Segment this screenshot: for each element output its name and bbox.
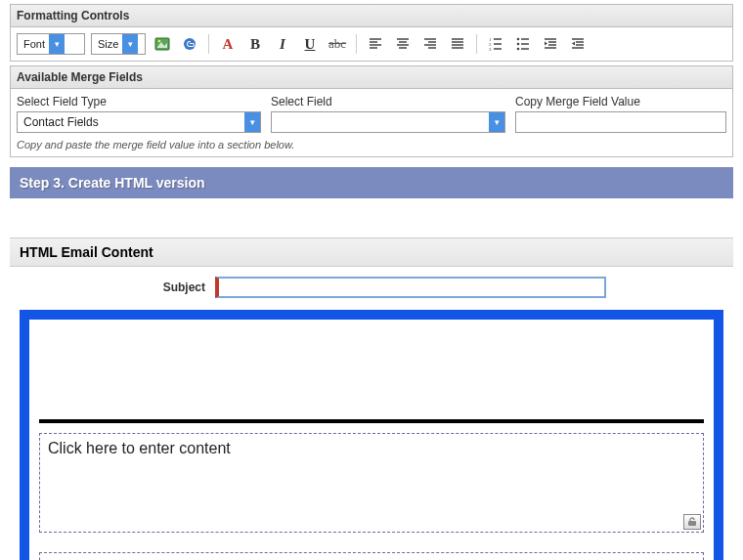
align-left-button[interactable] <box>365 33 386 55</box>
select-field-label: Select Field <box>271 95 505 108</box>
step-title-bar: Step 3. Create HTML version <box>10 167 733 198</box>
align-justify-button[interactable] <box>447 33 468 55</box>
formatting-controls-title: Formatting Controls <box>11 5 732 27</box>
link-icon <box>182 36 197 52</box>
size-select[interactable]: Size ▾ <box>91 33 146 55</box>
align-left-icon <box>368 36 383 52</box>
numbered-list-icon: 1 2 3 <box>488 36 503 52</box>
copy-merge-input[interactable] <box>515 111 726 133</box>
html-email-content-heading: HTML Email Content <box>10 237 733 267</box>
resize-handle[interactable] <box>683 514 701 530</box>
underline-button[interactable]: U <box>299 33 321 55</box>
bulleted-list-icon <box>515 36 531 52</box>
bold-button[interactable]: B <box>244 33 266 55</box>
insert-image-button[interactable] <box>152 33 173 55</box>
align-right-button[interactable] <box>419 33 441 55</box>
merge-fields-title: Available Merge Fields <box>11 66 732 89</box>
merge-fields-panel: Available Merge Fields Select Field Type… <box>10 65 733 157</box>
merge-helper-text: Copy and paste the merge field value int… <box>17 133 726 151</box>
svg-text:3: 3 <box>489 47 492 52</box>
svg-point-2 <box>158 40 161 43</box>
bulleted-list-button[interactable] <box>512 33 534 55</box>
svg-point-28 <box>517 48 520 51</box>
separator <box>356 34 357 54</box>
svg-point-27 <box>517 43 520 46</box>
font-color-icon: A <box>223 36 234 53</box>
field-type-label: Select Field Type <box>17 95 261 108</box>
insert-link-button[interactable] <box>179 33 200 55</box>
content-block-placeholder: Click here to enter content <box>48 440 231 456</box>
copy-merge-label: Copy Merge Field Value <box>515 95 726 108</box>
svg-rect-42 <box>688 521 696 526</box>
font-select[interactable]: Font ▾ <box>17 33 85 55</box>
formatting-controls-panel: Formatting Controls Font ▾ Size ▾ <box>10 4 733 62</box>
editor-divider <box>39 419 704 423</box>
dropdown-arrow-icon: ▾ <box>122 34 138 54</box>
lock-open-icon <box>686 517 698 527</box>
size-select-label: Size <box>92 38 122 50</box>
svg-point-26 <box>517 38 520 41</box>
content-block-1[interactable]: Click here to enter content <box>39 433 704 533</box>
align-center-icon <box>395 36 411 52</box>
svg-marker-36 <box>545 42 547 46</box>
indent-icon <box>570 36 586 52</box>
formatting-toolbar: Font ▾ Size ▾ <box>17 33 726 55</box>
separator <box>208 34 209 54</box>
dropdown-arrow-icon: ▾ <box>489 112 504 132</box>
indent-button[interactable] <box>567 33 589 55</box>
dropdown-arrow-icon: ▾ <box>49 34 65 54</box>
outdent-icon <box>543 36 558 52</box>
field-type-select[interactable]: Contact Fields ▾ <box>17 111 261 133</box>
field-type-value: Contact Fields <box>18 115 244 129</box>
bold-icon: B <box>250 36 260 53</box>
subject-label: Subject <box>20 280 205 294</box>
separator <box>476 34 477 54</box>
align-center-button[interactable] <box>392 33 414 55</box>
email-editor-frame: Click here to enter content <box>20 310 723 560</box>
subject-row: Subject <box>10 267 733 310</box>
subject-input[interactable] <box>215 277 606 298</box>
font-color-button[interactable]: A <box>217 33 239 55</box>
align-justify-icon <box>450 36 465 52</box>
dropdown-arrow-icon: ▾ <box>244 112 260 132</box>
italic-icon: I <box>280 36 285 53</box>
image-icon <box>154 36 170 52</box>
editor-header-region[interactable] <box>39 320 704 409</box>
italic-button[interactable]: I <box>272 33 293 55</box>
select-field-select[interactable]: ▾ <box>271 111 505 133</box>
content-block-2[interactable] <box>39 552 704 560</box>
font-select-label: Font <box>18 38 49 50</box>
numbered-list-button[interactable]: 1 2 3 <box>485 33 506 55</box>
svg-marker-41 <box>572 42 575 46</box>
underline-icon: U <box>305 36 316 53</box>
align-right-icon <box>422 36 438 52</box>
strikethrough-button[interactable]: abc <box>327 33 348 55</box>
strikethrough-icon: abc <box>328 36 346 52</box>
outdent-button[interactable] <box>540 33 561 55</box>
